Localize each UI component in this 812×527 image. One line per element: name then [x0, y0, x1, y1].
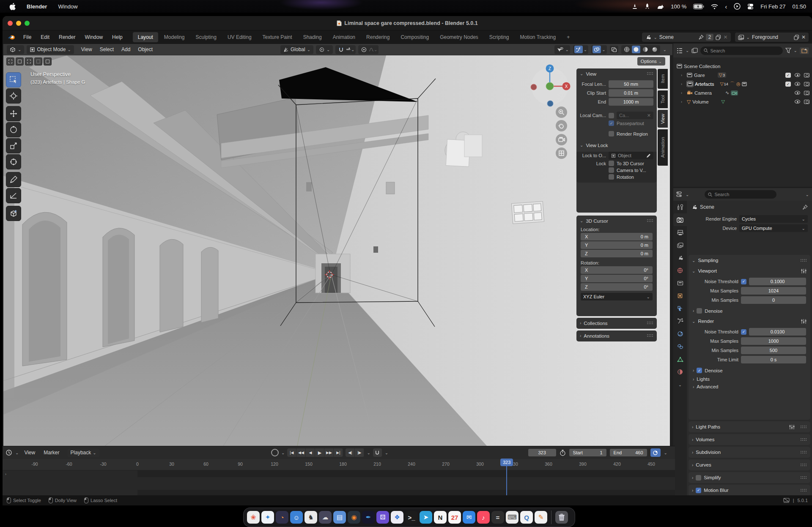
hide-viewport-icon[interactable]: [795, 82, 800, 86]
tab-texture-paint[interactable]: Texture Paint: [258, 32, 297, 42]
cursor-loc-z-field[interactable]: Z0 m: [581, 250, 653, 257]
panel-grip[interactable]: [647, 72, 653, 76]
panel-motion-blur[interactable]: ›Motion Blur: [689, 485, 810, 496]
viewport-ortho-toggle-button[interactable]: [556, 147, 567, 159]
viewport-pan-button[interactable]: [556, 120, 567, 131]
npanel-tab-tool[interactable]: Tool: [658, 90, 668, 108]
current-frame-field[interactable]: 323: [528, 449, 556, 456]
dock-app-ghost[interactable]: ☁: [319, 511, 332, 524]
tab-scripting[interactable]: Scripting: [484, 32, 514, 42]
panel-grip[interactable]: [647, 321, 653, 325]
vp-denoise-checkbox[interactable]: [697, 308, 702, 314]
rocket-icon[interactable]: [645, 3, 650, 9]
frame-end-field[interactable]: End460: [610, 449, 647, 456]
prev-frame-button[interactable]: ◀|: [346, 448, 355, 457]
dock-app-notion[interactable]: N: [434, 511, 447, 524]
clip-start-field[interactable]: 0.01 m: [609, 89, 653, 97]
mode-dropdown[interactable]: Object Mode ⌄: [27, 45, 74, 54]
select-mode-intersect-button[interactable]: [44, 57, 52, 66]
dock-app-github[interactable]: ♞: [304, 511, 317, 524]
keying-set-dropdown[interactable]: ⌄: [281, 451, 285, 455]
pin-icon[interactable]: [802, 205, 808, 210]
tool-add-primitive[interactable]: [6, 206, 21, 221]
disable-render-icon[interactable]: [804, 100, 809, 104]
lock-to-object-field[interactable]: Object: [609, 152, 653, 159]
tool-measure[interactable]: [6, 188, 21, 203]
simplify-checkbox[interactable]: [696, 475, 701, 481]
render-region-checkbox[interactable]: [609, 131, 614, 137]
panel-grip[interactable]: [647, 219, 653, 223]
viewport-camera-view-button[interactable]: [556, 134, 567, 145]
expand-icon[interactable]: ›: [693, 368, 694, 373]
disable-render-icon[interactable]: [804, 91, 809, 95]
collapse-icon[interactable]: ⌄: [692, 258, 695, 263]
eyedropper-icon[interactable]: [646, 153, 651, 158]
keying-button[interactable]: [650, 448, 661, 457]
vlc-cone-icon[interactable]: [632, 3, 638, 9]
tool-select-box[interactable]: [6, 72, 21, 87]
gizmo-x-axis[interactable]: X: [565, 84, 568, 89]
outliner-row-volume[interactable]: › ▽ Volume ▽: [673, 97, 812, 106]
next-keyframe-button[interactable]: ▶▶: [324, 448, 334, 457]
cursor-rot-x-field[interactable]: X0°: [581, 266, 653, 274]
blender-logo-icon[interactable]: [3, 35, 19, 40]
dock-app-music[interactable]: ♪: [477, 511, 490, 524]
dock-app-photos[interactable]: ❀: [247, 511, 260, 524]
exclude-checkbox[interactable]: [785, 82, 791, 87]
shading-material-button[interactable]: [641, 46, 650, 53]
npanel-tab-animation[interactable]: Animation: [658, 129, 668, 166]
select-mode-extend-button[interactable]: [16, 57, 24, 66]
menubar-window-menu[interactable]: Window: [58, 3, 77, 10]
tool-rotate[interactable]: [6, 122, 21, 137]
ptab-constraints[interactable]: [673, 340, 687, 353]
network-offline-icon[interactable]: [783, 498, 790, 503]
expand-icon[interactable]: ›: [681, 73, 685, 77]
chevron-left-icon[interactable]: ‹: [725, 3, 727, 10]
keying-dropdown[interactable]: ⌄: [664, 451, 667, 455]
r-time-field[interactable]: 0 s: [741, 356, 806, 363]
panel-grip[interactable]: [800, 259, 807, 262]
dock-app-keyboard[interactable]: ⌨: [506, 511, 518, 524]
cursor-loc-x-field[interactable]: X0 m: [581, 233, 653, 240]
panel-subdivision[interactable]: ›Subdivision: [689, 447, 810, 458]
tab-modeling[interactable]: Modeling: [159, 32, 190, 42]
shading-solid-button[interactable]: [632, 46, 640, 53]
menubar-date[interactable]: Fri Feb 27: [760, 3, 785, 10]
play-reverse-button[interactable]: ◀: [306, 448, 315, 457]
motion-blur-checkbox[interactable]: [696, 488, 701, 493]
selectability-visibility-dropdown[interactable]: ⌄: [554, 45, 570, 54]
play-circle-icon[interactable]: [734, 3, 741, 10]
duplicate-icon[interactable]: [794, 35, 799, 40]
dock-app-quicktime[interactable]: Q: [520, 511, 533, 524]
tab-rendering[interactable]: Rendering: [361, 32, 395, 42]
new-collection-button[interactable]: [800, 47, 809, 54]
npanel-tab-item[interactable]: Item: [658, 69, 668, 89]
local-camera-field[interactable]: Ca...✕: [617, 112, 653, 119]
expand-icon[interactable]: ›: [681, 100, 685, 104]
apple-logo-icon[interactable]: [9, 3, 16, 10]
proportional-editing-toggle[interactable]: [359, 46, 368, 53]
npanel-collections[interactable]: ›Collections: [576, 318, 657, 329]
scene-users-count[interactable]: 2: [706, 34, 714, 41]
wifi-icon[interactable]: [711, 4, 718, 9]
shading-settings-dropdown[interactable]: ⌄: [663, 47, 667, 52]
channel-expand-icon[interactable]: ›: [5, 472, 6, 476]
panel-curves[interactable]: ›Curves: [689, 459, 810, 470]
frame-jump-dropdown[interactable]: ⌄: [367, 451, 370, 455]
ptab-output[interactable]: [673, 226, 687, 239]
camera-to-view-checkbox[interactable]: [609, 167, 614, 173]
panel-volumes[interactable]: ›Volumes: [689, 434, 810, 445]
select-mode-subtract-button[interactable]: [25, 57, 33, 66]
shading-wireframe-button[interactable]: [623, 46, 631, 53]
collapse-icon[interactable]: ⌄: [580, 218, 583, 223]
dock-app-blender[interactable]: ◉: [348, 511, 360, 524]
ptab-scene[interactable]: [673, 251, 687, 264]
prev-keyframe-button[interactable]: ◀◀: [296, 448, 306, 457]
play-button[interactable]: ▶: [315, 448, 324, 457]
outliner-row-camera[interactable]: › Camera ∿: [673, 88, 812, 97]
mesh-data-badge[interactable]: ▽3: [718, 72, 726, 78]
remove-view-layer-icon[interactable]: ✕: [801, 34, 806, 40]
outliner-search[interactable]: [700, 46, 782, 55]
panel-light-paths[interactable]: ›Light Paths: [689, 421, 810, 432]
viewport-3d[interactable]: Options ⌄ User Perspective (323) Artefac…: [3, 55, 670, 446]
